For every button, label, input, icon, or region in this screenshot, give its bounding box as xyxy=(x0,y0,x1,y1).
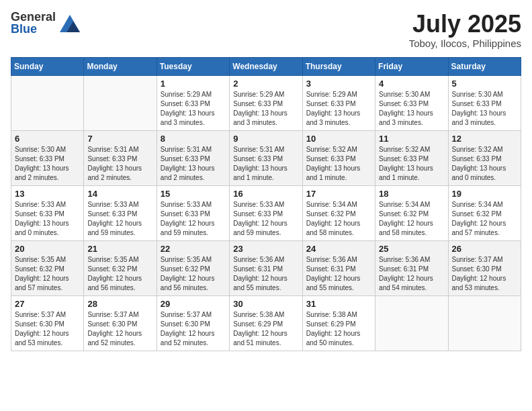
calendar-day-cell: 5Sunrise: 5:30 AM Sunset: 6:33 PM Daylig… xyxy=(448,75,521,130)
logo-icon xyxy=(60,15,80,32)
day-info: Sunrise: 5:36 AM Sunset: 6:31 PM Dayligh… xyxy=(379,255,444,293)
day-info: Sunrise: 5:37 AM Sunset: 6:30 PM Dayligh… xyxy=(87,310,152,348)
day-number: 13 xyxy=(15,189,80,199)
day-info: Sunrise: 5:36 AM Sunset: 6:31 PM Dayligh… xyxy=(306,255,371,293)
day-number: 1 xyxy=(161,79,226,89)
day-number: 18 xyxy=(379,189,444,199)
day-info: Sunrise: 5:31 AM Sunset: 6:33 PM Dayligh… xyxy=(233,145,298,183)
calendar-day-cell: 29Sunrise: 5:37 AM Sunset: 6:30 PM Dayli… xyxy=(157,295,229,351)
calendar-day-cell: 24Sunrise: 5:36 AM Sunset: 6:31 PM Dayli… xyxy=(302,240,375,295)
day-info: Sunrise: 5:32 AM Sunset: 6:33 PM Dayligh… xyxy=(306,145,371,183)
calendar-week-row: 1Sunrise: 5:29 AM Sunset: 6:33 PM Daylig… xyxy=(11,75,521,130)
calendar-day-cell: 16Sunrise: 5:33 AM Sunset: 6:33 PM Dayli… xyxy=(230,185,302,240)
day-number: 8 xyxy=(161,134,226,144)
calendar-day-cell: 4Sunrise: 5:30 AM Sunset: 6:33 PM Daylig… xyxy=(375,75,448,130)
day-info: Sunrise: 5:30 AM Sunset: 6:33 PM Dayligh… xyxy=(379,90,444,128)
day-number: 11 xyxy=(379,134,444,144)
calendar-table: SundayMondayTuesdayWednesdayThursdayFrid… xyxy=(11,57,521,351)
day-info: Sunrise: 5:34 AM Sunset: 6:32 PM Dayligh… xyxy=(452,200,517,238)
calendar-day-cell: 25Sunrise: 5:36 AM Sunset: 6:31 PM Dayli… xyxy=(375,240,448,295)
calendar-day-cell xyxy=(375,295,448,351)
day-info: Sunrise: 5:38 AM Sunset: 6:29 PM Dayligh… xyxy=(233,310,298,348)
day-info: Sunrise: 5:29 AM Sunset: 6:33 PM Dayligh… xyxy=(306,90,371,128)
logo-general-text: General xyxy=(11,11,56,23)
calendar-day-cell: 19Sunrise: 5:34 AM Sunset: 6:32 PM Dayli… xyxy=(448,185,521,240)
calendar-day-cell: 21Sunrise: 5:35 AM Sunset: 6:32 PM Dayli… xyxy=(84,240,157,295)
calendar-week-row: 13Sunrise: 5:33 AM Sunset: 6:33 PM Dayli… xyxy=(11,185,521,240)
calendar-day-cell: 18Sunrise: 5:34 AM Sunset: 6:32 PM Dayli… xyxy=(375,185,448,240)
calendar-day-cell: 30Sunrise: 5:38 AM Sunset: 6:29 PM Dayli… xyxy=(230,295,302,351)
day-number: 12 xyxy=(452,134,517,144)
calendar-day-cell: 13Sunrise: 5:33 AM Sunset: 6:33 PM Dayli… xyxy=(11,185,84,240)
day-number: 30 xyxy=(233,299,298,309)
day-number: 21 xyxy=(87,244,152,254)
calendar-title: July 2025 xyxy=(409,11,521,38)
day-number: 6 xyxy=(15,134,80,144)
day-number: 20 xyxy=(15,244,80,254)
calendar-day-cell: 3Sunrise: 5:29 AM Sunset: 6:33 PM Daylig… xyxy=(302,75,375,130)
day-number: 27 xyxy=(15,299,80,309)
calendar-day-cell: 31Sunrise: 5:38 AM Sunset: 6:29 PM Dayli… xyxy=(302,295,375,351)
day-info: Sunrise: 5:29 AM Sunset: 6:33 PM Dayligh… xyxy=(233,90,298,128)
day-info: Sunrise: 5:35 AM Sunset: 6:32 PM Dayligh… xyxy=(161,255,226,293)
calendar-day-cell: 22Sunrise: 5:35 AM Sunset: 6:32 PM Dayli… xyxy=(157,240,229,295)
weekday-header-monday: Monday xyxy=(84,57,157,75)
day-number: 28 xyxy=(87,299,152,309)
day-number: 17 xyxy=(306,189,371,199)
day-number: 7 xyxy=(87,134,152,144)
day-number: 24 xyxy=(306,244,371,254)
calendar-day-cell: 12Sunrise: 5:32 AM Sunset: 6:33 PM Dayli… xyxy=(448,130,521,185)
weekday-header-row: SundayMondayTuesdayWednesdayThursdayFrid… xyxy=(11,57,521,75)
weekday-header-thursday: Thursday xyxy=(302,57,375,75)
day-number: 25 xyxy=(379,244,444,254)
logo: General Blue xyxy=(11,11,80,35)
day-info: Sunrise: 5:29 AM Sunset: 6:33 PM Dayligh… xyxy=(161,90,226,128)
day-info: Sunrise: 5:31 AM Sunset: 6:33 PM Dayligh… xyxy=(87,145,152,183)
calendar-day-cell xyxy=(84,75,157,130)
calendar-day-cell: 28Sunrise: 5:37 AM Sunset: 6:30 PM Dayli… xyxy=(84,295,157,351)
calendar-day-cell: 11Sunrise: 5:32 AM Sunset: 6:33 PM Dayli… xyxy=(375,130,448,185)
calendar-day-cell: 8Sunrise: 5:31 AM Sunset: 6:33 PM Daylig… xyxy=(157,130,229,185)
calendar-day-cell: 27Sunrise: 5:37 AM Sunset: 6:30 PM Dayli… xyxy=(11,295,84,351)
calendar-day-cell xyxy=(448,295,521,351)
day-info: Sunrise: 5:34 AM Sunset: 6:32 PM Dayligh… xyxy=(306,200,371,238)
day-info: Sunrise: 5:31 AM Sunset: 6:33 PM Dayligh… xyxy=(161,145,226,183)
day-info: Sunrise: 5:33 AM Sunset: 6:33 PM Dayligh… xyxy=(233,200,298,238)
title-area: July 2025 Toboy, Ilocos, Philippines xyxy=(409,11,521,49)
day-number: 26 xyxy=(452,244,517,254)
weekday-header-friday: Friday xyxy=(375,57,448,75)
day-info: Sunrise: 5:33 AM Sunset: 6:33 PM Dayligh… xyxy=(15,200,80,238)
day-number: 3 xyxy=(306,79,371,89)
day-number: 10 xyxy=(306,134,371,144)
calendar-day-cell: 23Sunrise: 5:36 AM Sunset: 6:31 PM Dayli… xyxy=(230,240,302,295)
day-info: Sunrise: 5:32 AM Sunset: 6:33 PM Dayligh… xyxy=(379,145,444,183)
logo-blue-text: Blue xyxy=(11,23,37,35)
calendar-week-row: 20Sunrise: 5:35 AM Sunset: 6:32 PM Dayli… xyxy=(11,240,521,295)
calendar-day-cell: 20Sunrise: 5:35 AM Sunset: 6:32 PM Dayli… xyxy=(11,240,84,295)
day-number: 29 xyxy=(161,299,226,309)
weekday-header-saturday: Saturday xyxy=(448,57,521,75)
calendar-location: Toboy, Ilocos, Philippines xyxy=(409,38,521,49)
calendar-day-cell: 17Sunrise: 5:34 AM Sunset: 6:32 PM Dayli… xyxy=(302,185,375,240)
calendar-day-cell: 15Sunrise: 5:33 AM Sunset: 6:33 PM Dayli… xyxy=(157,185,229,240)
day-info: Sunrise: 5:33 AM Sunset: 6:33 PM Dayligh… xyxy=(161,200,226,238)
day-number: 23 xyxy=(233,244,298,254)
day-number: 4 xyxy=(379,79,444,89)
calendar-day-cell: 1Sunrise: 5:29 AM Sunset: 6:33 PM Daylig… xyxy=(157,75,229,130)
calendar-week-row: 27Sunrise: 5:37 AM Sunset: 6:30 PM Dayli… xyxy=(11,295,521,351)
day-info: Sunrise: 5:35 AM Sunset: 6:32 PM Dayligh… xyxy=(87,255,152,293)
day-info: Sunrise: 5:36 AM Sunset: 6:31 PM Dayligh… xyxy=(233,255,298,293)
day-number: 22 xyxy=(161,244,226,254)
day-info: Sunrise: 5:37 AM Sunset: 6:30 PM Dayligh… xyxy=(452,255,517,293)
day-number: 15 xyxy=(161,189,226,199)
day-info: Sunrise: 5:30 AM Sunset: 6:33 PM Dayligh… xyxy=(452,90,517,128)
day-info: Sunrise: 5:33 AM Sunset: 6:33 PM Dayligh… xyxy=(87,200,152,238)
calendar-day-cell xyxy=(11,75,84,130)
weekday-header-wednesday: Wednesday xyxy=(230,57,302,75)
day-info: Sunrise: 5:38 AM Sunset: 6:29 PM Dayligh… xyxy=(306,310,371,348)
calendar-day-cell: 2Sunrise: 5:29 AM Sunset: 6:33 PM Daylig… xyxy=(230,75,302,130)
calendar-day-cell: 9Sunrise: 5:31 AM Sunset: 6:33 PM Daylig… xyxy=(230,130,302,185)
day-info: Sunrise: 5:37 AM Sunset: 6:30 PM Dayligh… xyxy=(161,310,226,348)
calendar-day-cell: 10Sunrise: 5:32 AM Sunset: 6:33 PM Dayli… xyxy=(302,130,375,185)
day-info: Sunrise: 5:34 AM Sunset: 6:32 PM Dayligh… xyxy=(379,200,444,238)
